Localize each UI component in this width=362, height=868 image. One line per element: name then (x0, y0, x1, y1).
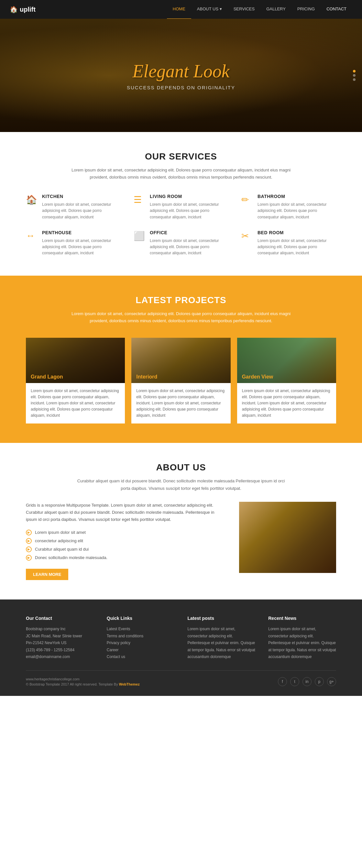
footer-phone: (123) 456-789 - 1255-12584 (26, 647, 94, 654)
services-grid: 🏠 KITCHEN Lorem ipsum dolor sit amet, co… (26, 194, 336, 256)
service-content-5: BED ROOM Lorem ipsum dolor sit amet, con… (258, 230, 336, 256)
service-content-2: BATHROOM Lorem ipsum dolor sit amet, con… (258, 194, 336, 220)
projects-description: Lorem ipsum dolor sit amet, consectetur … (68, 310, 294, 324)
about-section: ABOUT US Curabitur aliquet quam id dui p… (0, 443, 362, 599)
footer-address: JC Main Road, Near Slinie tower (26, 633, 94, 640)
project-body-2: Lorem ipsum dolor sit amet, consectetur … (237, 383, 336, 424)
brand-logo[interactable]: 🏠 uplift (10, 5, 36, 13)
hero-dot-2[interactable] (353, 74, 356, 77)
nav-item-services[interactable]: SERVICES (228, 0, 261, 20)
brand-name: uplift (20, 6, 36, 13)
project-image-0: Grand Lagon (26, 338, 125, 383)
brand-icon: 🏠 (10, 5, 18, 13)
footer-social: f t in p g+ (278, 677, 336, 686)
service-title-3: PENTHOUSE (42, 230, 121, 235)
nav-link-pricing[interactable]: PRICING (292, 0, 321, 19)
project-title-2: Garden View (242, 374, 273, 380)
service-item-4: ⬜ OFFICE Lorem ipsum dolor sit amet, con… (133, 230, 229, 256)
about-list-icon-2: ▶ (26, 547, 32, 552)
projects-grid: Grand Lagon Lorem ipsum dolor sit amet, … (26, 338, 336, 424)
services-section: OUR SERVICES Lorem ipsum dolor sit amet,… (0, 132, 362, 276)
footer-col-news: Recent News Lorem ipsum dolor sit amet, … (268, 616, 336, 661)
hero-dot-3[interactable] (353, 78, 356, 81)
about-content: Grids is a responsive Multipurpose Templ… (26, 502, 336, 580)
about-list-icon-1: ▶ (26, 538, 32, 544)
hero-section: Elegant Look Success Depends On Original… (0, 19, 362, 132)
service-icon-5: ✂ (241, 231, 253, 241)
service-desc-5: Lorem ipsum dolor sit amet, consectetur … (258, 238, 336, 256)
services-title: OUR SERVICES (26, 151, 336, 162)
footer-link-0[interactable]: Latest Events (107, 626, 175, 633)
nav-item-pricing[interactable]: PRICING (292, 0, 321, 20)
footer-link-2[interactable]: Privacy policy (107, 640, 175, 647)
about-list: ▶ Lorem ipsum dolor sit amet ▶ consectet… (26, 530, 226, 561)
projects-section: LATEST PROJECTS Lorem ipsum dolor sit am… (0, 276, 362, 443)
footer-copyright-text: © Bootstrap Template 2017 All right rese… (26, 682, 119, 686)
services-description: Lorem ipsum dolor sit amet, consectetur … (68, 166, 294, 181)
hero-dots (353, 70, 356, 81)
about-list-text-1: consectetur adipiscing elit (35, 538, 83, 543)
service-desc-2: Lorem ipsum dolor sit amet, consectetur … (258, 202, 336, 220)
social-twitter[interactable]: t (290, 677, 299, 686)
navbar: 🏠 uplift HOME ABOUT US ▾ SERVICES GALLER… (0, 0, 362, 19)
service-title-0: KITCHEN (42, 194, 121, 199)
nav-link-services[interactable]: SERVICES (228, 0, 261, 19)
footer-posts-desc: Lorem ipsum dolor sit amet, consectetur … (188, 626, 255, 661)
service-item-2: ✏ BATHROOM Lorem ipsum dolor sit amet, c… (241, 194, 336, 220)
service-content-3: PENTHOUSE Lorem ipsum dolor sit amet, co… (42, 230, 121, 256)
nav-link-about[interactable]: ABOUT US ▾ (191, 0, 228, 19)
about-list-text-2: Curabitur aliquet quam id dui (35, 547, 89, 552)
social-linkedin[interactable]: in (302, 677, 311, 686)
footer-pincode: Pin-21542 NewYork US (26, 640, 94, 647)
nav-link-gallery[interactable]: GALLERY (261, 0, 292, 19)
footer-grid: Our Contact Bootstrap company Inc JC Mai… (26, 616, 336, 661)
service-icon-0: 🏠 (26, 194, 37, 205)
project-card-1[interactable]: Interiord Lorem ipsum dolor sit amet, co… (131, 338, 230, 424)
project-body-1: Lorem ipsum dolor sit amet, consectetur … (131, 383, 230, 424)
footer-links-title: Quick Links (107, 616, 175, 621)
project-image-1: Interiord (131, 338, 230, 383)
service-icon-2: ✏ (241, 194, 253, 205)
nav-menu: HOME ABOUT US ▾ SERVICES GALLERY PRICING… (167, 0, 352, 20)
footer-bottom: www.heritagechristiancollege.com © Boots… (26, 670, 336, 686)
about-list-icon-0: ▶ (26, 530, 32, 535)
service-item-0: 🏠 KITCHEN Lorem ipsum dolor sit amet, co… (26, 194, 121, 220)
about-list-text-3: Donec sollicitudin molestie malesuada. (35, 555, 108, 560)
footer-posts-title: Latest posts (188, 616, 255, 621)
hero-dot-1[interactable] (353, 70, 356, 72)
project-card-0[interactable]: Grand Lagon Lorem ipsum dolor sit amet, … (26, 338, 125, 424)
footer-col-posts: Latest posts Lorem ipsum dolor sit amet,… (188, 616, 255, 661)
social-facebook[interactable]: f (278, 677, 287, 686)
learn-more-button[interactable]: LEARN MORE (26, 569, 68, 580)
footer-author: WebThemez (119, 682, 140, 686)
projects-title: LATEST PROJECTS (26, 295, 336, 305)
hero-content: Elegant Look Success Depends On Original… (127, 61, 235, 90)
service-icon-1: ☰ (133, 194, 145, 205)
about-text: Grids is a responsive Multipurpose Templ… (26, 502, 226, 580)
project-desc-2: Lorem ipsum dolor sit amet, consectetur … (242, 388, 331, 419)
service-icon-3: ↔ (26, 231, 37, 241)
service-desc-0: Lorem ipsum dolor sit amet, consectetur … (42, 202, 121, 220)
service-desc-4: Lorem ipsum dolor sit amet, consectetur … (150, 238, 229, 256)
nav-item-gallery[interactable]: GALLERY (261, 0, 292, 20)
about-list-item-3: ▶ Donec sollicitudin molestie malesuada. (26, 555, 226, 561)
nav-item-about[interactable]: ABOUT US ▾ (191, 0, 228, 20)
hero-title: Elegant Look (127, 61, 235, 82)
nav-link-home[interactable]: HOME (167, 0, 191, 20)
footer-link-1[interactable]: Terms and conditions (107, 633, 175, 640)
footer-link-3[interactable]: Career (107, 647, 175, 654)
social-pinterest[interactable]: p (315, 677, 324, 686)
nav-item-home[interactable]: HOME (167, 0, 191, 20)
project-title-0: Grand Lagon (31, 374, 63, 380)
project-card-2[interactable]: Garden View Lorem ipsum dolor sit amet, … (237, 338, 336, 424)
project-title-1: Interiord (136, 374, 157, 380)
social-googleplus[interactable]: g+ (327, 677, 336, 686)
footer-website: www.heritagechristiancollege.com (26, 677, 140, 681)
footer-link-4[interactable]: Contact us (107, 653, 175, 661)
nav-link-contact[interactable]: CONTACT (321, 0, 352, 19)
footer-news-desc: Lorem ipsum dolor sit amet, consectetur … (268, 626, 336, 661)
nav-item-contact[interactable]: CONTACT (321, 0, 352, 20)
footer-copyright: © Bootstrap Template 2017 All right rese… (26, 682, 140, 686)
about-list-text-0: Lorem ipsum dolor sit amet (35, 530, 86, 535)
footer: Our Contact Bootstrap company Inc JC Mai… (0, 599, 362, 696)
